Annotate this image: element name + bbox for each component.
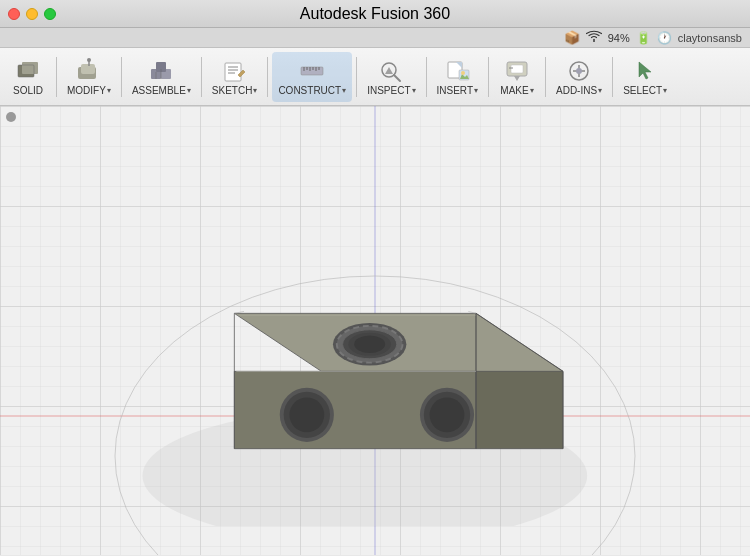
toolbar-divider-4: [267, 57, 268, 97]
toolbar-solid[interactable]: SOLID: [4, 52, 52, 102]
svg-point-34: [576, 68, 582, 74]
3d-block: [100, 236, 620, 526]
select-label: SELECT ▾: [623, 85, 667, 96]
close-button[interactable]: [8, 8, 20, 20]
toolbar-divider-2: [121, 57, 122, 97]
toolbar-construct[interactable]: CONSTRUCT ▾: [272, 52, 352, 102]
main-toolbar: SOLID MODIFY ▾: [0, 48, 750, 106]
modify-icon: [75, 57, 103, 85]
toolbar-divider-3: [201, 57, 202, 97]
toolbar-divider-5: [356, 57, 357, 97]
insert-icon: [443, 57, 471, 85]
inspect-icon: [377, 57, 405, 85]
window-title: Autodesk Fusion 360: [300, 5, 450, 23]
wifi-icon: [586, 30, 602, 45]
addins-label: ADD-INS ▾: [556, 85, 602, 96]
svg-point-27: [461, 71, 465, 75]
toolbar-assemble[interactable]: ASSEMBLE ▾: [126, 52, 197, 102]
toolbar-addins[interactable]: ADD-INS ▾: [550, 52, 608, 102]
sketch-icon: [221, 57, 249, 85]
make-label: MAKE ▾: [500, 85, 533, 96]
svg-rect-1: [22, 62, 38, 74]
toolbar-divider-7: [488, 57, 489, 97]
battery-percentage: 94%: [608, 32, 630, 44]
toolbar-select[interactable]: SELECT ▾: [617, 52, 673, 102]
battery-icon: 🔋: [636, 31, 651, 45]
minimize-button[interactable]: [26, 8, 38, 20]
user-name: claytonsansb: [678, 32, 742, 44]
svg-rect-29: [511, 65, 523, 73]
titlebar: Autodesk Fusion 360: [0, 0, 750, 28]
toolbar-divider-8: [545, 57, 546, 97]
make-icon: [503, 57, 531, 85]
svg-line-24: [394, 75, 400, 81]
inspect-label: INSPECT ▾: [367, 85, 415, 96]
sketch-label: SKETCH ▾: [212, 85, 258, 96]
corner-indicator: [6, 112, 16, 122]
construct-label: CONSTRUCT ▾: [278, 85, 346, 96]
system-statusbar: 📦 94% 🔋 🕐 claytonsansb: [0, 28, 750, 48]
toolbar-modify[interactable]: MODIFY ▾: [61, 52, 117, 102]
toolbar-inspect[interactable]: INSPECT ▾: [361, 52, 421, 102]
window-controls[interactable]: [8, 8, 56, 20]
svg-rect-12: [225, 63, 241, 81]
svg-point-57: [354, 336, 385, 353]
svg-rect-4: [81, 64, 95, 74]
construct-icon: [298, 57, 326, 85]
assemble-label: ASSEMBLE ▾: [132, 85, 191, 96]
solid-label: SOLID: [13, 85, 43, 96]
maximize-button[interactable]: [44, 8, 56, 20]
time-icon: 🕐: [657, 31, 672, 45]
3d-viewport[interactable]: [0, 106, 750, 555]
modify-label: MODIFY ▾: [67, 85, 111, 96]
svg-point-6: [87, 58, 91, 62]
toolbar-divider-1: [56, 57, 57, 97]
toolbar-sketch[interactable]: SKETCH ▾: [206, 52, 264, 102]
toolbar-make[interactable]: MAKE ▾: [493, 52, 541, 102]
addins-icon: [565, 57, 593, 85]
select-icon: [631, 57, 659, 85]
toolbar-divider-6: [426, 57, 427, 97]
svg-point-63: [430, 397, 465, 432]
toolbar-insert[interactable]: INSERT ▾: [431, 52, 485, 102]
svg-point-60: [289, 397, 324, 432]
solid-icon: [14, 57, 42, 85]
dropbox-icon: 📦: [564, 30, 580, 45]
assemble-icon: [147, 57, 175, 85]
toolbar-divider-9: [612, 57, 613, 97]
insert-label: INSERT ▾: [437, 85, 479, 96]
